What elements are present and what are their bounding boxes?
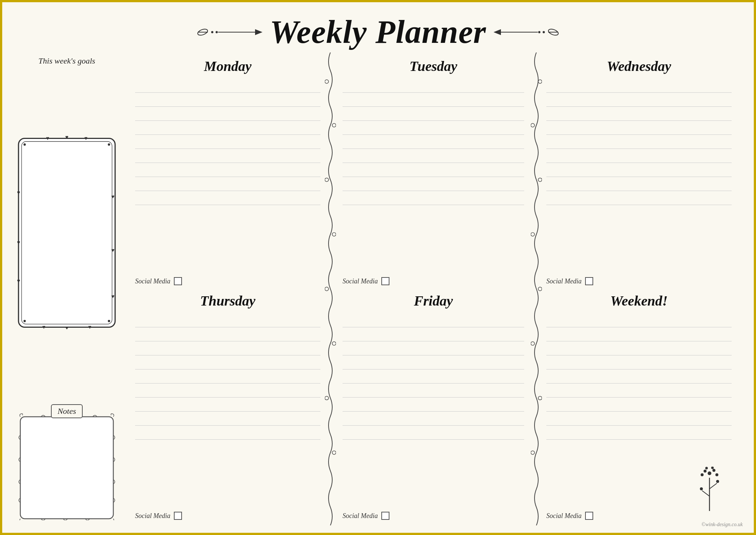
day-line bbox=[546, 412, 732, 426]
thursday-social-checkbox[interactable] bbox=[174, 512, 182, 520]
day-line bbox=[546, 93, 732, 107]
thursday-social-row: Social Media bbox=[135, 510, 320, 520]
day-line bbox=[135, 107, 320, 121]
day-line bbox=[546, 177, 732, 191]
svg-rect-30 bbox=[20, 417, 113, 519]
svg-point-44 bbox=[531, 342, 535, 345]
friday-label: Friday bbox=[343, 293, 524, 309]
day-line bbox=[343, 398, 524, 412]
copyright: ©wink-design.co.uk bbox=[701, 522, 743, 528]
day-line bbox=[546, 149, 732, 163]
day-line bbox=[546, 121, 732, 135]
svg-point-31 bbox=[325, 80, 329, 84]
day-line bbox=[546, 426, 732, 440]
svg-point-54 bbox=[715, 473, 718, 476]
svg-line-48 bbox=[709, 483, 717, 489]
day-line bbox=[343, 426, 524, 440]
day-line bbox=[343, 191, 524, 205]
svg-line-49 bbox=[702, 491, 709, 496]
svg-point-29 bbox=[108, 320, 110, 322]
day-line bbox=[343, 412, 524, 426]
day-line bbox=[135, 177, 320, 191]
svg-text:♥: ♥ bbox=[17, 278, 20, 284]
monday-social-checkbox[interactable] bbox=[174, 277, 182, 285]
sidebar: This week's goals ♥ ♥ ♥ bbox=[13, 52, 124, 525]
svg-point-52 bbox=[712, 469, 715, 472]
svg-point-41 bbox=[538, 178, 542, 182]
day-line bbox=[546, 79, 732, 93]
friday-section: Friday Social Media bbox=[331, 289, 535, 524]
svg-point-57 bbox=[716, 480, 719, 483]
day-line bbox=[343, 177, 524, 191]
svg-point-56 bbox=[711, 467, 714, 469]
day-line bbox=[135, 398, 320, 412]
svg-text:♥: ♥ bbox=[65, 325, 69, 331]
day-line bbox=[343, 369, 524, 384]
svg-point-39 bbox=[538, 80, 542, 84]
day-line bbox=[546, 327, 732, 341]
day-line bbox=[135, 149, 320, 163]
goals-section: This week's goals ♥ ♥ ♥ bbox=[17, 56, 117, 397]
notes-title: Notes bbox=[51, 404, 83, 418]
svg-text:♥: ♥ bbox=[65, 134, 69, 140]
svg-marker-6 bbox=[494, 29, 501, 35]
friday-lines bbox=[343, 313, 524, 507]
wednesday-label: Wednesday bbox=[546, 58, 732, 74]
divider-1 bbox=[325, 52, 336, 525]
notes-section: Notes bbox=[17, 404, 117, 522]
day-line bbox=[343, 93, 524, 107]
svg-point-26 bbox=[24, 143, 26, 146]
tuesday-social-checkbox[interactable] bbox=[381, 277, 389, 285]
thursday-social-label: Social Media bbox=[135, 512, 170, 520]
svg-point-45 bbox=[538, 396, 542, 400]
right-arrow-decoration bbox=[494, 25, 560, 39]
tuesday-social-label: Social Media bbox=[343, 277, 378, 285]
wednesday-lines bbox=[546, 79, 732, 273]
svg-point-2 bbox=[211, 31, 213, 33]
day-line bbox=[546, 135, 732, 149]
weekend-social-checkbox[interactable] bbox=[585, 512, 593, 520]
svg-point-32 bbox=[332, 123, 336, 127]
days-grid: Monday Social Media bbox=[124, 52, 743, 525]
svg-point-38 bbox=[332, 451, 336, 454]
friday-social-checkbox[interactable] bbox=[381, 512, 389, 520]
left-arrow-decoration bbox=[196, 25, 262, 39]
day-line bbox=[546, 355, 732, 369]
friday-social-label: Social Media bbox=[343, 512, 378, 520]
day-line bbox=[343, 341, 524, 355]
weekend-social-label: Social Media bbox=[546, 512, 581, 520]
svg-point-28 bbox=[24, 320, 26, 322]
page: Weekly Planner This week's goal bbox=[0, 0, 756, 535]
page-title: Weekly Planner bbox=[270, 13, 487, 51]
svg-text:♥: ♥ bbox=[42, 324, 45, 330]
day-line bbox=[135, 93, 320, 107]
day-line bbox=[343, 327, 524, 341]
day-line bbox=[135, 163, 320, 177]
day-line bbox=[135, 191, 320, 205]
divider-2 bbox=[531, 52, 542, 525]
thursday-lines bbox=[135, 313, 320, 507]
wednesday-social-checkbox[interactable] bbox=[585, 277, 593, 285]
svg-point-27 bbox=[108, 143, 110, 146]
notes-box-decoration bbox=[17, 413, 117, 520]
day-line bbox=[135, 121, 320, 135]
day-line bbox=[135, 384, 320, 398]
svg-point-50 bbox=[708, 471, 711, 475]
wednesday-social-row: Social Media bbox=[546, 276, 732, 285]
monday-section: Monday Social Media bbox=[128, 54, 331, 289]
day-line bbox=[343, 384, 524, 398]
svg-point-53 bbox=[701, 473, 704, 476]
day-line bbox=[135, 327, 320, 341]
svg-marker-5 bbox=[255, 29, 262, 35]
day-line bbox=[343, 121, 524, 135]
day-line bbox=[343, 79, 524, 93]
day-line bbox=[135, 369, 320, 384]
day-line bbox=[546, 313, 732, 327]
svg-text:♥: ♥ bbox=[17, 190, 20, 195]
svg-point-34 bbox=[332, 232, 336, 236]
main-content: This week's goals ♥ ♥ ♥ bbox=[10, 52, 746, 525]
svg-text:♥: ♥ bbox=[17, 239, 20, 245]
tuesday-lines bbox=[343, 79, 524, 273]
svg-point-46 bbox=[531, 451, 535, 454]
wednesday-section: Wednesday Social Media bbox=[535, 54, 739, 289]
